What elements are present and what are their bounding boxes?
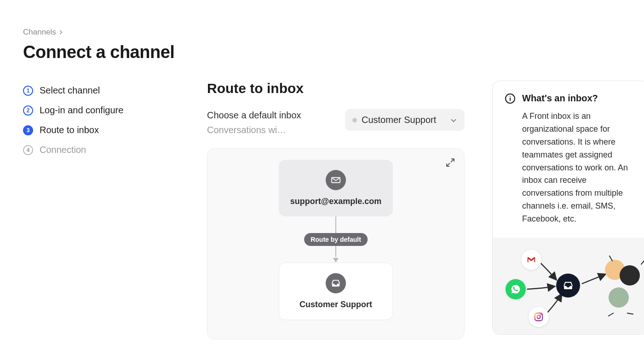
info-icon [505,93,516,104]
inbox-icon [326,273,346,293]
info-illustration [493,238,644,334]
breadcrumb-parent: Channels [23,28,56,37]
status-dot-icon [352,118,357,123]
gmail-icon [521,250,541,270]
svg-point-5 [540,314,541,315]
routing-diagram: support@example.com Route by default Cus… [207,148,465,339]
page-title: Connect a channel [23,42,621,62]
select-value: Customer Support [362,115,445,125]
diagram-source-node: support@example.com [279,160,393,216]
chevron-down-icon [450,117,457,124]
step-route-to-inbox[interactable]: 3 Route to inbox [23,120,179,140]
step-select-channel[interactable]: 1 Select channel [23,81,179,100]
step-label: Route to inbox [40,125,99,135]
expand-button[interactable] [445,157,456,168]
default-inbox-select[interactable]: Customer Support [345,109,465,131]
step-number-badge: 1 [23,86,33,96]
diagram-edge-label: Route by default [304,233,368,246]
diagram-target-label: Customer Support [284,300,388,309]
diagram-target-node: Customer Support [279,263,393,320]
step-label: Select channel [40,85,100,96]
diagram-edge: Route by default [335,216,336,263]
mail-icon [326,170,346,190]
teammate-avatar-icon [609,287,629,308]
info-title: What's an inbox? [522,93,636,104]
instagram-icon [529,307,549,327]
svg-point-4 [537,315,540,318]
step-connection[interactable]: 4 Connection [23,140,179,160]
info-body: A Front inbox is an organizational space… [522,110,636,226]
field-help-text: Conversations wi… [207,125,294,135]
field-label: Choose a default inbox [207,109,336,121]
step-label: Log-in and configure [40,105,123,116]
svg-point-2 [510,96,511,97]
step-number-badge: 4 [23,145,33,155]
wizard-steps: 1 Select channel 2 Log-in and configure … [23,81,179,160]
chevron-right-icon [58,29,63,35]
expand-icon [445,157,456,168]
teammate-avatar-icon [620,265,640,286]
whatsapp-icon [506,279,526,299]
inbox-hub-icon [556,274,580,298]
step-number-badge: 3 [23,125,33,135]
step-number-badge: 2 [23,105,33,116]
diagram-source-label: support@example.com [283,197,388,206]
section-heading: Route to inbox [207,81,465,96]
step-label: Connection [40,145,86,155]
breadcrumb[interactable]: Channels [23,28,621,37]
step-login-configure[interactable]: 2 Log-in and configure [23,100,179,120]
info-card: What's an inbox? A Front inbox is an org… [492,81,644,335]
